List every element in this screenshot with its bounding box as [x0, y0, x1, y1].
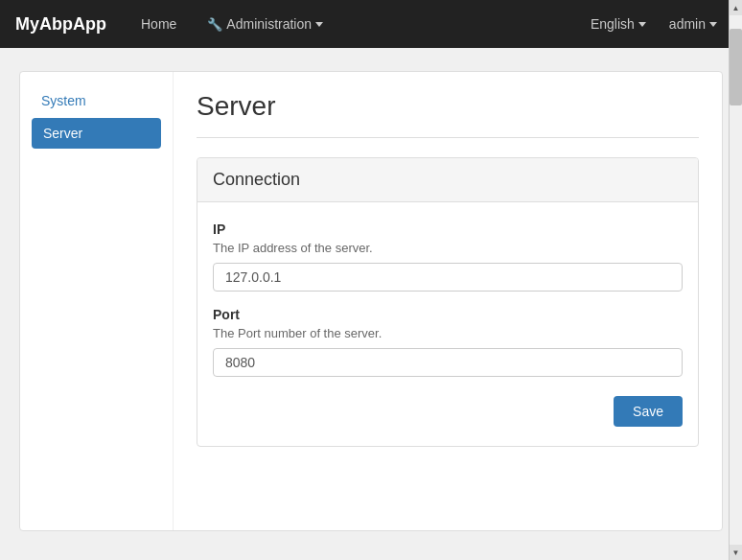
scroll-thumb[interactable] — [730, 29, 742, 105]
language-selector[interactable]: English — [581, 11, 656, 37]
ip-input[interactable] — [213, 263, 683, 292]
nav-home[interactable]: Home — [129, 11, 188, 37]
brand-label[interactable]: MyAbpApp — [15, 14, 106, 35]
chevron-down-icon — [315, 22, 323, 27]
scroll-down-button[interactable]: ▼ — [730, 545, 742, 554]
page-title: Server — [197, 91, 699, 122]
chevron-down-icon — [709, 22, 717, 27]
port-label: Port — [213, 307, 683, 322]
scrollbar-track: ▲ ▼ — [729, 0, 742, 554]
admin-menu[interactable]: admin — [660, 11, 727, 37]
sidebar: System Server — [20, 72, 174, 530]
port-input[interactable] — [213, 348, 683, 377]
nav-links: Home 🔧 Administration — [129, 11, 581, 37]
save-btn-row: Save — [213, 392, 683, 427]
scroll-up-button[interactable]: ▲ — [730, 0, 742, 15]
port-description: The Port number of the server. — [213, 326, 683, 340]
nav-administration[interactable]: 🔧 Administration — [196, 11, 335, 37]
sidebar-item-server[interactable]: Server — [32, 118, 161, 149]
navbar: MyAbpApp Home 🔧 Administration English a… — [0, 0, 742, 48]
connection-section-header: Connection — [197, 158, 698, 202]
connection-section: Connection IP The IP address of the serv… — [197, 157, 699, 447]
ip-description: The IP address of the server. — [213, 241, 683, 255]
ip-label: IP — [213, 222, 683, 237]
chevron-down-icon — [638, 22, 646, 27]
content-card: System Server Server Connection IP The I… — [19, 71, 723, 531]
page-wrapper: System Server Server Connection IP The I… — [0, 48, 742, 554]
main-content: Server Connection IP The IP address of t… — [174, 72, 722, 530]
sidebar-item-system[interactable]: System — [32, 87, 161, 114]
save-button[interactable]: Save — [614, 396, 683, 427]
nav-right: English admin — [581, 11, 727, 37]
divider — [197, 137, 699, 138]
wrench-icon: 🔧 — [207, 17, 222, 32]
connection-section-body: IP The IP address of the server. Port Th… — [197, 202, 698, 446]
